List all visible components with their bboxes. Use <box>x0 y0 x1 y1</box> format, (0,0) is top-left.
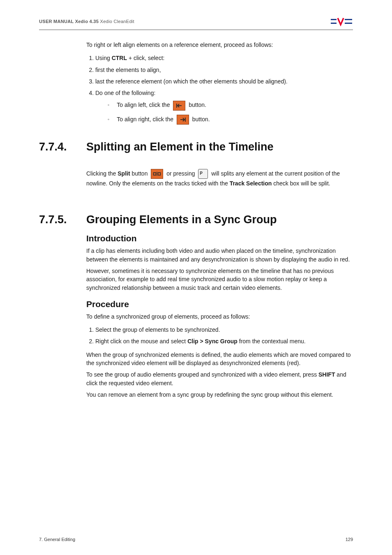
list-item: last the reference element (on which the… <box>95 76 353 87</box>
intro-p1: If a clip has elements including both vi… <box>86 247 353 264</box>
p4-pre: To see the group of audio elements group… <box>86 371 318 378</box>
svg-rect-8 <box>154 173 156 175</box>
header-title: USER MANUAL Xedio 4.35 Xedio CleanEdit <box>39 19 134 24</box>
list-item: Using CTRL + click, select: <box>95 52 353 64</box>
p-key-label: P <box>200 170 203 177</box>
s2-post: from the contextual menu. <box>238 338 306 345</box>
procedure-heading: Procedure <box>86 299 353 309</box>
sp-pre: Clicking the <box>86 170 118 177</box>
footer-page-number: 129 <box>346 537 353 542</box>
proc-p4: To see the group of audio elements group… <box>86 370 353 387</box>
align-left-post: button. <box>189 102 206 108</box>
page: USER MANUAL Xedio 4.35 Xedio CleanEdit T… <box>0 0 392 555</box>
align-left-pre: To align left, click the <box>117 102 171 108</box>
sp-bold1: Split <box>118 170 130 177</box>
section-title: Splitting an Element in the Timeline <box>86 141 274 153</box>
svg-rect-3 <box>345 23 352 24</box>
section-774-body: Clicking the Split button or pressing P … <box>86 156 353 188</box>
list-item: To align left, click the button. <box>108 98 353 112</box>
step1-post: + click, select: <box>127 55 164 61</box>
proc-p5: You can remove an element from a sync gr… <box>86 391 353 399</box>
align-left-icon <box>173 101 185 111</box>
svg-rect-2 <box>345 19 352 20</box>
list-item: Select the group of elements to be synch… <box>95 324 353 335</box>
step4-text: Do one of the following: <box>95 90 155 96</box>
section-number: 7.7.4. <box>39 141 86 153</box>
introduction-heading: Introduction <box>86 234 353 243</box>
align-right-post: button. <box>192 116 210 123</box>
sp-mid2: or pressing <box>165 170 196 177</box>
sp-mid1: button <box>130 170 150 177</box>
svg-rect-10 <box>158 173 161 175</box>
step1-pre: Using <box>95 55 112 61</box>
intro-p2: However, sometimes it is necessary to sy… <box>86 267 353 292</box>
align-right-pre: To align right, click the <box>117 116 175 123</box>
header-light: Xedio CleanEdit <box>99 19 134 24</box>
p-key-icon: P <box>198 169 208 179</box>
align-right-icon <box>177 115 189 125</box>
intro-steps-list: Using CTRL + click, select: first the el… <box>86 52 353 128</box>
split-paragraph: Clicking the Split button or pressing P … <box>86 169 353 188</box>
split-icon <box>151 169 163 179</box>
section-774-heading: 7.7.4. Splitting an Element in the Timel… <box>39 141 353 153</box>
page-header: USER MANUAL Xedio 4.35 Xedio CleanEdit <box>39 16 353 30</box>
list-item: Right click on the mouse and select Clip… <box>95 335 353 347</box>
proc-p3: When the group of synchronized elements … <box>86 351 353 368</box>
svg-rect-0 <box>331 19 337 20</box>
s2-bold: Clip > Sync Group <box>187 338 238 345</box>
list-item: To align right, click the button. <box>108 112 353 127</box>
section-775-body: Introduction If a clip has elements incl… <box>86 234 353 399</box>
section-775-heading: 7.7.5. Grouping Elements in a Sync Group <box>39 213 353 226</box>
section-number: 7.7.5. <box>39 213 86 226</box>
procedure-steps: Select the group of elements to be synch… <box>86 324 353 347</box>
section-title: Grouping Elements in a Sync Group <box>86 213 277 226</box>
header-bold: USER MANUAL Xedio 4.35 <box>39 19 99 24</box>
footer-left: 7. General Editing <box>39 537 75 542</box>
sp-post: check box will be split. <box>272 180 330 187</box>
proc-lead: To define a synchronized group of elemen… <box>86 312 353 321</box>
sub-list: To align left, click the button. <box>108 98 353 126</box>
sp-bold2: Track Selection <box>230 180 272 187</box>
p4-bold: SHIFT <box>318 371 335 378</box>
content-column: To right or left align elements on a ref… <box>86 41 353 128</box>
evs-logo-icon <box>331 16 353 26</box>
s2-pre: Right click on the mouse and select <box>95 338 187 345</box>
list-item: first the elements to align, <box>95 64 353 76</box>
intro-lead: To right or left align elements on a ref… <box>86 41 353 49</box>
svg-rect-1 <box>331 23 337 24</box>
list-item: Do one of the following: To align left, … <box>95 87 353 128</box>
step1-bold: CTRL <box>112 55 127 61</box>
page-footer: 7. General Editing 129 <box>39 537 353 542</box>
